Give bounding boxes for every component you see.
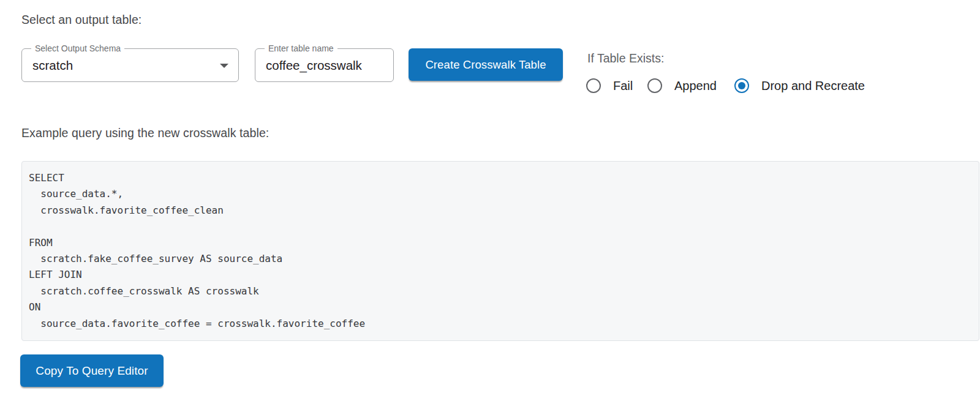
- radio-button-icon: [734, 78, 749, 93]
- table-name-input[interactable]: Enter table name coffee_crosswalk: [255, 48, 394, 82]
- radio-drop-and-recreate-label: Drop and Recreate: [761, 79, 865, 93]
- copy-to-query-editor-button[interactable]: Copy To Query Editor: [20, 354, 164, 387]
- radio-append[interactable]: Append: [647, 78, 717, 94]
- output-schema-select-label: Select Output Schema: [31, 43, 124, 54]
- create-crosswalk-table-button[interactable]: Create Crosswalk Table: [409, 48, 563, 81]
- radio-append-label: Append: [674, 79, 717, 93]
- radio-fail-label: Fail: [613, 79, 633, 93]
- example-query-section-title: Example query using the new crosswalk ta…: [21, 126, 269, 140]
- output-schema-select-value: scratch: [22, 58, 73, 73]
- table-name-input-value: coffee_crosswalk: [255, 58, 362, 73]
- output-schema-select[interactable]: Select Output Schema scratch: [21, 48, 239, 82]
- example-sql-text: SELECT source_data.*, crosswalk.favorite…: [22, 162, 979, 332]
- radio-drop-and-recreate[interactable]: Drop and Recreate: [734, 78, 865, 94]
- radio-button-icon: [647, 78, 662, 93]
- chevron-down-icon: [220, 64, 228, 68]
- crosswalk-output-panel: Select an output table: Select Output Sc…: [0, 0, 980, 412]
- radio-button-icon: [586, 78, 601, 93]
- radio-fail[interactable]: Fail: [586, 78, 633, 94]
- if-table-exists-label: If Table Exists:: [587, 51, 664, 66]
- table-name-input-label: Enter table name: [265, 43, 337, 54]
- output-table-section-title: Select an output table:: [21, 13, 141, 27]
- example-sql-code-block: SELECT source_data.*, crosswalk.favorite…: [21, 161, 979, 341]
